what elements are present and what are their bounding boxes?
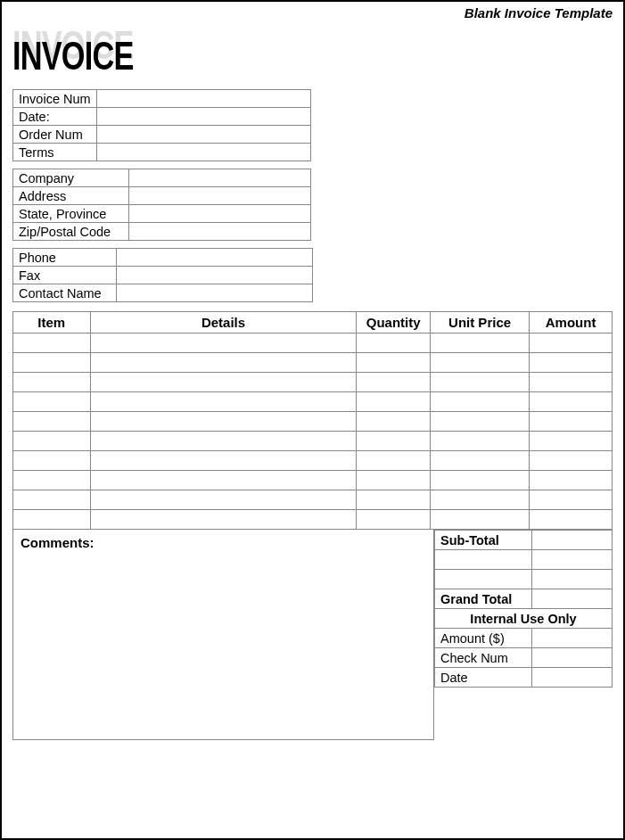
cell-amount[interactable] xyxy=(530,334,613,353)
cell-item[interactable] xyxy=(13,510,91,530)
phone-field[interactable] xyxy=(117,249,313,267)
cell-unit_price[interactable] xyxy=(430,412,529,432)
template-label: Blank Invoice Template xyxy=(465,5,613,21)
zip-label: Zip/Postal Code xyxy=(13,223,129,241)
invoice-num-field[interactable] xyxy=(97,90,311,108)
date-field[interactable] xyxy=(97,108,311,126)
cell-quantity[interactable] xyxy=(357,490,430,510)
cell-quantity[interactable] xyxy=(357,412,430,432)
cell-quantity[interactable] xyxy=(357,373,430,392)
cell-item[interactable] xyxy=(13,412,91,432)
header-item: Item xyxy=(13,312,91,334)
cell-amount[interactable] xyxy=(530,392,613,412)
cell-details[interactable] xyxy=(90,490,357,510)
cell-amount[interactable] xyxy=(530,510,613,530)
cell-details[interactable] xyxy=(90,432,357,451)
comments-label: Comments: xyxy=(21,535,95,550)
cell-amount[interactable] xyxy=(530,490,613,510)
order-num-field[interactable] xyxy=(97,126,311,144)
cell-details[interactable] xyxy=(90,334,357,353)
cell-amount[interactable] xyxy=(530,412,613,432)
cell-item[interactable] xyxy=(13,432,91,451)
cell-unit_price[interactable] xyxy=(430,451,529,471)
header-details: Details xyxy=(90,312,357,334)
table-row xyxy=(13,510,613,530)
cell-quantity[interactable] xyxy=(357,392,430,412)
fax-field[interactable] xyxy=(117,267,313,284)
cell-details[interactable] xyxy=(90,471,357,490)
terms-field[interactable] xyxy=(97,144,311,161)
cell-unit_price[interactable] xyxy=(430,334,529,353)
totals-blank1-label[interactable] xyxy=(435,550,532,570)
internal-use-header: Internal Use Only xyxy=(435,609,613,629)
internal-date-value[interactable] xyxy=(531,668,612,688)
terms-label: Terms xyxy=(13,144,97,161)
cell-quantity[interactable] xyxy=(357,510,430,530)
table-row xyxy=(13,412,613,432)
company-field[interactable] xyxy=(129,169,311,187)
zip-field[interactable] xyxy=(129,223,311,241)
cell-unit_price[interactable] xyxy=(430,392,529,412)
cell-details[interactable] xyxy=(90,373,357,392)
cell-item[interactable] xyxy=(13,373,91,392)
address-label: Address xyxy=(13,187,129,205)
totals-blank1-value[interactable] xyxy=(531,550,612,570)
cell-unit_price[interactable] xyxy=(430,353,529,373)
address-field[interactable] xyxy=(129,187,311,205)
table-row xyxy=(13,353,613,373)
cell-details[interactable] xyxy=(90,353,357,373)
header-unit-price: Unit Price xyxy=(430,312,529,334)
header-quantity: Quantity xyxy=(357,312,430,334)
cell-amount[interactable] xyxy=(530,373,613,392)
invoice-title: INVOICE INVOICE xyxy=(12,29,613,73)
cell-quantity[interactable] xyxy=(357,451,430,471)
invoice-num-label: Invoice Num xyxy=(13,90,97,108)
company-label: Company xyxy=(13,169,129,187)
company-info-block: Company Address State, Province Zip/Post… xyxy=(12,169,613,241)
cell-unit_price[interactable] xyxy=(430,373,529,392)
totals-blank2-label[interactable] xyxy=(435,570,532,589)
table-row xyxy=(13,373,613,392)
cell-quantity[interactable] xyxy=(357,432,430,451)
state-label: State, Province xyxy=(13,205,129,223)
cell-unit_price[interactable] xyxy=(430,432,529,451)
totals-box: Sub-Total Grand Total Internal Use Only xyxy=(434,530,613,740)
cell-unit_price[interactable] xyxy=(430,471,529,490)
cell-details[interactable] xyxy=(90,510,357,530)
phone-label: Phone xyxy=(13,249,117,267)
table-row xyxy=(13,451,613,471)
cell-item[interactable] xyxy=(13,471,91,490)
internal-amount-value[interactable] xyxy=(531,629,612,648)
state-field[interactable] xyxy=(129,205,311,223)
cell-item[interactable] xyxy=(13,392,91,412)
table-row xyxy=(13,392,613,412)
contact-label: Contact Name xyxy=(13,284,117,302)
internal-check-label: Check Num xyxy=(435,648,532,668)
cell-amount[interactable] xyxy=(530,353,613,373)
totals-blank2-value[interactable] xyxy=(531,570,612,589)
cell-quantity[interactable] xyxy=(357,334,430,353)
cell-quantity[interactable] xyxy=(357,471,430,490)
cell-item[interactable] xyxy=(13,334,91,353)
subtotal-value[interactable] xyxy=(531,531,612,550)
cell-unit_price[interactable] xyxy=(430,490,529,510)
internal-check-value[interactable] xyxy=(531,648,612,668)
table-row xyxy=(13,490,613,510)
table-row xyxy=(13,432,613,451)
invoice-page: Blank Invoice Template INVOICE INVOICE I… xyxy=(0,0,625,840)
cell-amount[interactable] xyxy=(530,451,613,471)
table-row xyxy=(13,334,613,353)
cell-item[interactable] xyxy=(13,451,91,471)
cell-item[interactable] xyxy=(13,490,91,510)
grand-total-value[interactable] xyxy=(531,589,612,609)
cell-quantity[interactable] xyxy=(357,353,430,373)
cell-amount[interactable] xyxy=(530,432,613,451)
cell-details[interactable] xyxy=(90,392,357,412)
cell-details[interactable] xyxy=(90,412,357,432)
contact-field[interactable] xyxy=(117,284,313,302)
cell-unit_price[interactable] xyxy=(430,510,529,530)
cell-details[interactable] xyxy=(90,451,357,471)
cell-item[interactable] xyxy=(13,353,91,373)
cell-amount[interactable] xyxy=(530,471,613,490)
comments-box[interactable]: Comments: xyxy=(12,530,434,740)
